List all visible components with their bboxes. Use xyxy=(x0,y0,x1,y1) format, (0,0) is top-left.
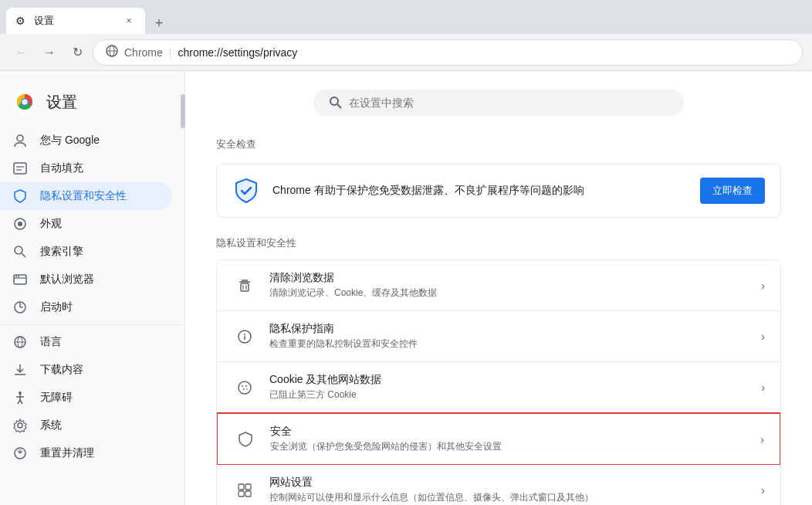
safety-check-card: Chrome 有助于保护您免受数据泄露、不良扩展程序等问题的影响 立即检查 xyxy=(216,164,781,218)
sidebar-item-startup[interactable]: 启动时 xyxy=(0,293,172,321)
sidebar-item-label-google: 您与 Google xyxy=(40,134,100,147)
sidebar-item-privacy[interactable]: 隐私设置和安全性 xyxy=(0,182,172,210)
cookies-icon xyxy=(232,375,257,400)
security-content: 安全 安全浏览（保护您免受危险网站的侵害）和其他安全设置 xyxy=(270,425,748,453)
sidebar-item-label-system: 系统 xyxy=(40,419,62,432)
address-separator: | xyxy=(169,46,172,59)
reset-icon xyxy=(12,446,28,461)
list-item-site-settings[interactable]: 网站设置 控制网站可以使用和显示什么信息（如位置信息、摄像头、弹出式窗口及其他）… xyxy=(217,465,780,505)
search-bar[interactable] xyxy=(313,90,684,116)
clear-browsing-content: 清除浏览数据 清除浏览记录、Cookie、缓存及其他数据 xyxy=(269,271,749,300)
appearance-icon xyxy=(12,216,28,232)
sidebar-item-label-privacy: 隐私设置和安全性 xyxy=(40,189,127,203)
safety-check-title: 安全检查 xyxy=(216,137,781,151)
sidebar-item-label-languages: 语言 xyxy=(40,335,62,349)
tab-bar: ⚙ 设置 × + xyxy=(0,0,812,34)
site-settings-title: 网站设置 xyxy=(269,476,749,490)
privacy-guide-content: 隐私保护指南 检查重要的隐私控制设置和安全控件 xyxy=(269,322,749,351)
svg-point-19 xyxy=(18,276,19,277)
search-input[interactable] xyxy=(349,97,668,109)
privacy-guide-icon xyxy=(232,324,257,349)
sidebar-item-label-accessibility: 无障碍 xyxy=(40,391,73,405)
chrome-logo xyxy=(12,90,37,114)
app-body: 设置 您与 Google 自动填充 隐私设置和安全性 外观 xyxy=(0,71,812,505)
search-icon xyxy=(329,96,343,110)
arrow-icon-1: › xyxy=(761,330,765,343)
sidebar-item-accessibility[interactable]: 无障碍 xyxy=(0,384,172,412)
arrow-icon-0: › xyxy=(761,280,765,292)
privacy-list: 清除浏览数据 清除浏览记录、Cookie、缓存及其他数据 › 隐私保护指南 检查… xyxy=(216,259,781,505)
list-item-privacy-guide[interactable]: 隐私保护指南 检查重要的隐私控制设置和安全控件 › xyxy=(217,311,780,362)
sidebar-item-label-autofill: 自动填充 xyxy=(40,161,83,175)
sidebar-divider xyxy=(0,324,184,325)
privacy-guide-title: 隐私保护指南 xyxy=(269,322,749,336)
active-tab[interactable]: ⚙ 设置 × xyxy=(6,8,145,34)
sidebar-item-default-browser[interactable]: 默认浏览器 xyxy=(0,266,172,293)
browser-window: ⚙ 设置 × + ← → ↻ Chrome | chrome://setting… xyxy=(0,0,812,71)
tab-title: 设置 xyxy=(34,14,116,28)
svg-rect-38 xyxy=(241,283,249,291)
search-area xyxy=(216,90,781,116)
forward-icon: → xyxy=(43,46,56,59)
address-bar-icon xyxy=(106,45,118,59)
cookies-sub: 已阻止第三方 Cookie xyxy=(269,388,749,402)
languages-icon xyxy=(12,334,28,350)
reload-button[interactable]: ↻ xyxy=(65,40,90,65)
new-tab-button[interactable]: + xyxy=(148,12,170,34)
sidebar-item-downloads[interactable]: 下载内容 xyxy=(0,356,172,384)
site-settings-sub: 控制网站可以使用和显示什么信息（如位置信息、摄像头、弹出式窗口及其他） xyxy=(269,491,749,504)
svg-point-28 xyxy=(19,391,22,395)
address-brand: Chrome xyxy=(124,46,163,59)
sidebar-item-system[interactable]: 系统 xyxy=(0,412,172,439)
list-item-security[interactable]: 安全 安全浏览（保护您免受危险网站的侵害）和其他安全设置 › xyxy=(216,412,781,466)
forward-button[interactable]: → xyxy=(37,40,62,65)
startup-icon xyxy=(12,300,28,315)
back-icon: ← xyxy=(15,46,28,59)
system-icon xyxy=(12,418,28,433)
arrow-icon-2: › xyxy=(761,381,765,394)
svg-point-14 xyxy=(15,246,22,254)
sidebar-item-appearance[interactable]: 外观 xyxy=(0,210,172,238)
svg-line-37 xyxy=(337,104,341,108)
trash-icon xyxy=(232,273,257,298)
accessibility-icon xyxy=(12,390,28,405)
list-item-cookies[interactable]: Cookie 及其他网站数据 已阻止第三方 Cookie › xyxy=(217,362,780,413)
sidebar-item-languages[interactable]: 语言 xyxy=(0,328,172,356)
svg-line-32 xyxy=(20,400,22,404)
address-bar[interactable]: Chrome | chrome://settings/privacy xyxy=(93,39,803,66)
security-sub: 安全浏览（保护您免受危险网站的侵害）和其他安全设置 xyxy=(270,440,748,453)
svg-point-46 xyxy=(245,385,247,387)
cookies-title: Cookie 及其他网站数据 xyxy=(269,373,749,387)
tab-close-button[interactable]: × xyxy=(122,14,136,28)
toolbar: ← → ↻ Chrome | chrome://settings/privacy xyxy=(0,34,812,71)
sidebar-item-label-browser: 默认浏览器 xyxy=(40,273,94,286)
safety-check-desc: Chrome 有助于保护您免受数据泄露、不良扩展程序等问题的影响 xyxy=(272,184,688,198)
svg-point-13 xyxy=(18,222,22,226)
privacy-guide-sub: 检查重要的隐私控制设置和安全控件 xyxy=(269,337,749,351)
clear-browsing-title: 清除浏览数据 xyxy=(269,271,749,285)
site-settings-icon xyxy=(232,478,257,503)
browser-icon xyxy=(12,272,28,287)
sidebar-header: 设置 xyxy=(0,83,184,127)
arrow-icon-3: › xyxy=(760,433,764,446)
svg-point-33 xyxy=(18,423,22,428)
sidebar-item-reset[interactable]: 重置并清理 xyxy=(0,439,172,467)
sidebar-item-search[interactable]: 搜索引擎 xyxy=(0,238,172,266)
sidebar-item-label-downloads: 下载内容 xyxy=(40,363,83,377)
svg-rect-9 xyxy=(14,163,26,174)
autofill-icon xyxy=(12,161,28,176)
svg-line-31 xyxy=(18,400,20,404)
sidebar-item-label-reset: 重置并清理 xyxy=(40,446,94,460)
safety-check-button[interactable]: 立即检查 xyxy=(700,178,765,204)
list-item-clear-browsing[interactable]: 清除浏览数据 清除浏览记录、Cookie、缓存及其他数据 › xyxy=(217,260,780,311)
shield-privacy-icon xyxy=(12,188,28,204)
back-button[interactable]: ← xyxy=(9,40,34,65)
sidebar-item-label-appearance: 外观 xyxy=(40,217,62,231)
sidebar-item-autofill[interactable]: 自动填充 xyxy=(0,154,172,182)
svg-point-43 xyxy=(244,334,245,335)
arrow-icon-4: › xyxy=(761,484,765,497)
svg-rect-49 xyxy=(239,484,244,490)
sidebar-item-google[interactable]: 您与 Google xyxy=(0,127,172,154)
cookies-content: Cookie 及其他网站数据 已阻止第三方 Cookie xyxy=(269,373,749,402)
sidebar-item-label-startup: 启动时 xyxy=(40,300,73,314)
